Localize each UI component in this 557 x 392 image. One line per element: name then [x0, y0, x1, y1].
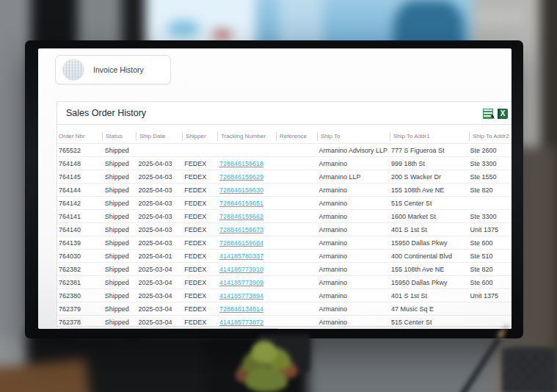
cell-status: Shipped [102, 292, 136, 300]
cell-shipper: FEDEX [181, 319, 216, 326]
cell-ship-to: Armanino [316, 279, 388, 286]
cell-shipper: FEDEX [181, 266, 216, 273]
cell-status: Shipped [102, 239, 136, 247]
column-header-ship-to-addr1[interactable]: Ship To Addr1 [390, 132, 469, 141]
cell-order-nbr: 764140 [57, 226, 102, 233]
cell-order-nbr: 762378 [57, 319, 102, 326]
column-header-status[interactable]: Status [102, 132, 136, 141]
column-header-shipper[interactable]: Shipper [182, 132, 217, 141]
cell-ship-to-addr1: 400 Continental Blvd [388, 253, 467, 260]
cell-status: Shipped [102, 160, 136, 167]
tracking-number-link[interactable]: 414185773909 [219, 279, 263, 286]
column-header-ship-to[interactable]: Ship To [317, 132, 390, 141]
cell-ship-date: 2025-04-03 [136, 226, 182, 233]
cell-shipper: FEDEX [181, 239, 216, 247]
cell-ship-to-addr2: Ste 510 [467, 253, 512, 260]
cell-ship-to: Armanino [316, 213, 388, 220]
column-header-reference[interactable]: Reference [276, 132, 317, 141]
tracking-number-link[interactable]: 414185773894 [219, 292, 263, 300]
cell-shipper: FEDEX [181, 279, 216, 286]
cabinet-hole [478, 13, 486, 21]
cell-ship-to-addr2: Ste 820 [467, 186, 512, 194]
cell-order-nbr: 764145 [57, 173, 102, 181]
cell-ship-date: 2025-04-03 [136, 160, 182, 167]
cell-ship-to: Armanino [316, 239, 388, 247]
cabinet-hole [495, 13, 502, 21]
table-row: 764140Shipped2025-04-03FEDEX728846159673… [57, 222, 512, 236]
scrollbar-thumb[interactable] [59, 328, 279, 329]
tracking-number-link[interactable]: 728846159673 [219, 226, 263, 233]
tracking-number-link[interactable]: 728846159684 [219, 239, 263, 247]
tracking-number-link[interactable]: 728846159629 [219, 173, 263, 181]
table-row: 764145Shipped2025-04-03FEDEX728846159629… [57, 170, 512, 183]
cell-ship-to-addr2: Ste 600 [467, 239, 512, 247]
column-header-order-nbr[interactable]: Order Nbr [57, 132, 102, 141]
table-row: 764148Shipped2025-04-03FEDEX728846159618… [57, 156, 512, 170]
tracking-number-link[interactable]: 728846159618 [219, 160, 263, 167]
table-body: 765522ShippedArmanino Advisory LLP777 S … [57, 143, 512, 328]
table-row: 762380Shipped2025-03-04FEDEX414185773894… [57, 288, 512, 302]
cell-tracking-number: 414185773894 [216, 292, 275, 300]
cell-ship-to: Armanino [316, 186, 388, 194]
tracking-number-link[interactable]: 414185780337 [219, 253, 263, 260]
cell-order-nbr: 762381 [57, 279, 102, 286]
cell-ship-date: 2025-03-04 [136, 305, 182, 313]
invoice-history-button[interactable]: Invoice History [55, 55, 171, 84]
cell-ship-to: Armanino [316, 226, 388, 233]
horizontal-scrollbar[interactable] [57, 326, 512, 329]
cell-status: Shipped [102, 253, 136, 260]
excel-export-icon[interactable]: X [498, 109, 508, 119]
cell-ship-to: Armanino [316, 160, 388, 167]
cell-order-nbr: 762380 [57, 292, 102, 300]
cell-ship-date: 2025-04-03 [136, 239, 182, 247]
cell-ship-to-addr2: Ste 600 [467, 279, 512, 286]
cell-order-nbr: 762382 [57, 266, 102, 273]
column-header-ship-to-addr2[interactable]: Ship To Addr2 [469, 132, 512, 141]
table-row: 762382Shipped2025-03-04FEDEX414185773910… [57, 262, 512, 275]
cell-ship-date: 2025-04-03 [136, 213, 182, 220]
cell-order-nbr: 764144 [57, 186, 102, 194]
table-row: 764141Shipped2025-04-03FEDEX728846159662… [57, 209, 512, 222]
cell-tracking-number: 414185780337 [216, 253, 275, 260]
cell-status: Shipped [102, 200, 136, 207]
monitor-bezel: Invoice History Sales Order History X ✕ … [25, 40, 523, 338]
table-row: 765522ShippedArmanino Advisory LLP777 S … [57, 143, 512, 156]
cell-shipper: FEDEX [181, 186, 216, 194]
whiteboard-red-mark [213, 31, 232, 39]
table-row: 764144Shipped2025-04-03FEDEX728846159630… [57, 183, 512, 196]
cell-tracking-number: 728846159651 [216, 200, 275, 207]
cell-ship-to: Armanino [316, 200, 388, 207]
panel-title: Sales Order History [66, 102, 146, 124]
cell-tracking-number: 728846159673 [216, 226, 275, 233]
cell-ship-to-addr1: 999 18th St [388, 160, 467, 167]
cell-tracking-number: 728846159630 [216, 186, 275, 194]
cell-shipper: FEDEX [181, 253, 216, 260]
tracking-number-link[interactable]: 414185773872 [219, 319, 263, 326]
cell-status: Shipped [102, 319, 136, 326]
cell-tracking-number: 728846159684 [216, 239, 275, 247]
cell-status: Shipped [102, 266, 136, 273]
cell-order-nbr: 764141 [57, 213, 102, 220]
cell-shipper: FEDEX [181, 173, 216, 181]
cell-order-nbr: 764148 [57, 160, 102, 167]
tracking-number-link[interactable]: 728846159662 [219, 213, 263, 220]
sales-order-history-panel: Sales Order History X ✕ Order NbrStatusS… [57, 101, 512, 329]
cell-ship-date: 2025-03-04 [136, 266, 182, 273]
tracking-number-link[interactable]: 728846134614 [219, 305, 263, 313]
cell-status: Shipped [102, 226, 136, 233]
csv-export-icon[interactable] [483, 109, 493, 119]
tracking-number-link[interactable]: 414185773910 [219, 266, 263, 273]
cell-ship-to-addr2: Unit 1375 [467, 292, 512, 300]
cell-order-nbr: 764139 [57, 239, 102, 247]
cell-ship-date: 2025-04-03 [136, 186, 182, 194]
cell-status: Shipped [102, 186, 136, 194]
column-header-tracking-number[interactable]: Tracking Number [217, 132, 276, 141]
cell-ship-date: 2025-03-04 [136, 292, 182, 300]
tracking-number-link[interactable]: 728846159651 [219, 200, 263, 207]
column-header-ship-date[interactable]: Ship Date [136, 132, 182, 141]
cell-ship-to-addr1: 47 Music Sq E [388, 305, 467, 313]
tracking-number-link[interactable]: 728846159630 [219, 186, 263, 194]
cell-tracking-number: 414185773872 [216, 319, 275, 326]
desk-surface [0, 358, 90, 392]
cell-ship-to-addr1: 401 S 1st St [388, 292, 467, 300]
